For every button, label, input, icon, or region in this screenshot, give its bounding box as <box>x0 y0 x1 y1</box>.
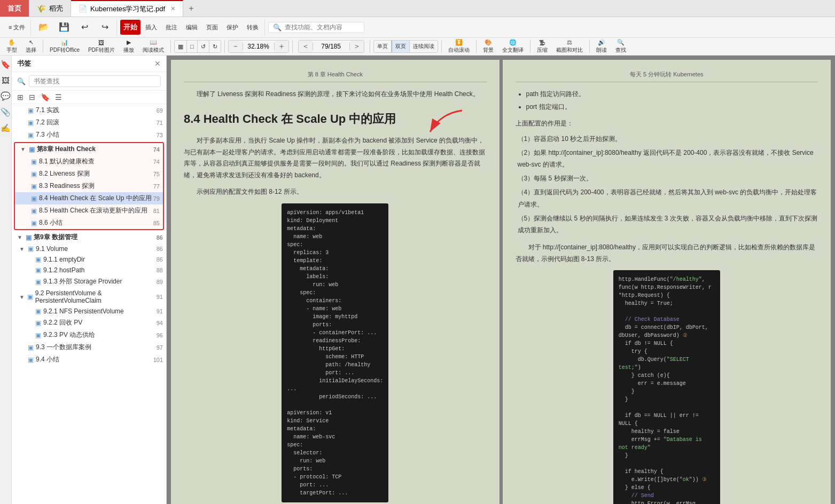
save-button[interactable]: 💾 <box>54 20 74 35</box>
sidebar-item-9-2-1[interactable]: ▣ 9.2.1 NFS PersistentVolume 91 <box>12 306 166 317</box>
sidebar-item-8-5[interactable]: ▣ 8.5 Health Check 在滚动更新中的应用 81 <box>15 204 163 217</box>
rotate-ccw-button[interactable]: ↺ <box>198 40 209 53</box>
page-num: 97 <box>157 344 163 351</box>
compress-label: 压缩 <box>537 46 548 54</box>
redo-button[interactable]: ↪ <box>95 20 114 35</box>
undo-button[interactable]: ↩ <box>75 20 94 35</box>
sidebar-item-9-1-2[interactable]: ▣ 9.1.2 hostPath 88 <box>12 265 166 275</box>
rotate-cw-icon: ↻ <box>213 43 217 50</box>
compress-button[interactable]: 🗜 压缩 <box>534 39 551 54</box>
double-page-mode-button[interactable]: 双页 <box>392 40 410 53</box>
search-input[interactable] <box>285 23 360 31</box>
single-page-mode-button[interactable]: 单页 <box>374 40 392 53</box>
convert-menu-button[interactable]: 转换 <box>243 20 262 35</box>
main-area: 🔖 🖼 💬 📎 ✍ 书签 ✕ 🔍 ⊞ ⊟ 🔖 ☰ ▣ 7.1 实践 69 <box>0 56 835 504</box>
code-block-fig13: http.HandleFunc("/healthy", func(w http.… <box>613 270 720 504</box>
signature-panel-icon[interactable]: ✍ <box>1 123 11 133</box>
sidebar-item-8-3[interactable]: ▣ 8.3 Readiness 探测 77 <box>15 180 163 192</box>
home-tab-label: 首页 <box>7 4 21 13</box>
section-num: 8.4 <box>184 112 200 125</box>
single-page-mode-label: 单页 <box>377 43 388 50</box>
hand-tool-button[interactable]: ✋ 手型 <box>3 39 20 54</box>
edit-menu-button[interactable]: 编辑 <box>182 20 201 35</box>
sidebar-search-input[interactable] <box>29 75 161 87</box>
thumbnail-panel-icon[interactable]: 🖼 <box>2 76 10 85</box>
doc-icon: ▣ <box>35 278 41 286</box>
prev-page-button[interactable]: ＜ <box>299 41 313 52</box>
play-button[interactable]: ▶ 播放 <box>120 39 137 54</box>
sidebar-item-8-1[interactable]: ▣ 8.1 默认的健康检查 74 <box>15 155 163 168</box>
sidebar-item-7-2[interactable]: ▣ 7.2 回滚 71 <box>12 116 166 129</box>
item-label: 7.2 回滚 <box>36 118 59 127</box>
bookmark-panel-icon[interactable]: 🔖 <box>1 60 11 69</box>
read-mode-button[interactable]: 📖 阅读模式 <box>139 39 167 54</box>
arrow-icon: ▼ <box>19 246 26 252</box>
zoom-in-button[interactable]: ＋ <box>275 41 288 52</box>
rotate-cw-button[interactable]: ↻ <box>209 40 221 53</box>
protect-label: 保护 <box>227 23 238 32</box>
edit-label: 编辑 <box>186 23 198 32</box>
pdf-tab-label: Kubernetes学习笔记.pdf <box>90 4 165 14</box>
next-page-button[interactable]: ＞ <box>350 41 364 52</box>
sidebar-item-9-1[interactable]: ▼ ▣ 9.1 Volume 86 <box>12 243 166 254</box>
sidebar-item-9-3[interactable]: ▣ 9.3 一个数据库案例 97 <box>12 341 166 353</box>
zoom-out-button[interactable]: － <box>229 41 243 52</box>
sidebar-item-8-4[interactable]: ▣ 8.4 Health Check 在 Scale Up 中的应用 79 <box>15 192 163 204</box>
item-label: 9.1.1 emptyDir <box>43 256 85 263</box>
sidebar-item-8-6[interactable]: ▣ 8.6 小结 85 <box>15 217 163 229</box>
item-label: 9.2.2 回收 PV <box>43 318 82 327</box>
continuous-mode-button[interactable]: 连续阅读 <box>410 40 438 53</box>
expand-all-icon[interactable]: ⊞ <box>17 93 24 101</box>
sidebar-item-9-1-3[interactable]: ▣ 9.1.3 外部 Storage Provider 89 <box>12 275 166 288</box>
read-aloud-button[interactable]: 🔊 朗读 <box>593 39 610 54</box>
sidebar-item-9-1-1[interactable]: ▣ 9.1.1 emptyDir 86 <box>12 254 166 265</box>
page-menu-button[interactable]: 页面 <box>202 20 222 35</box>
background-button[interactable]: 🎨 背景 <box>480 39 497 54</box>
doc-icon: ▣ <box>28 245 34 253</box>
sidebar-item-9-2-3[interactable]: ▣ 9.2.3 PV 动态供给 96 <box>12 329 166 341</box>
sidebar-item-9-2-2[interactable]: ▣ 9.2.2 回收 PV 94 <box>12 317 166 329</box>
sidebar-close-button[interactable]: ✕ <box>154 59 161 68</box>
sidebar-item-9-4[interactable]: ▣ 9.4 小结 101 <box>12 353 166 366</box>
bookmark-add-icon[interactable]: 🔖 <box>41 93 50 101</box>
file-menu-button[interactable]: ≡ 文件 <box>5 20 28 35</box>
select-label: 选择 <box>26 46 36 54</box>
play-label: 播放 <box>123 46 134 54</box>
translate-icon: 🌐 <box>509 39 517 46</box>
pdf-to-office-button[interactable]: 📊 PDF转Office <box>46 39 83 54</box>
tab-pdf[interactable]: 📄 Kubernetes学习笔记.pdf ✕ <box>71 0 183 17</box>
sidebar-item-ch8[interactable]: ▼ ▣ 第8章 Health Check 74 <box>15 143 163 155</box>
sidebar-item-8-2[interactable]: ▣ 8.2 Liveness 探测 75 <box>15 168 163 180</box>
open-button[interactable]: 📂 <box>34 20 53 35</box>
start-menu-button[interactable]: 开始 <box>120 20 141 35</box>
single-page-view-button[interactable]: □ <box>187 40 198 53</box>
protect-menu-button[interactable]: 保护 <box>223 20 242 35</box>
comment-panel-icon[interactable]: 💬 <box>1 91 11 101</box>
translate-button[interactable]: 🌐 全文翻译 <box>499 39 527 54</box>
item-label: 9.1.3 外部 Storage Provider <box>43 277 122 286</box>
auto-scroll-button[interactable]: ⏬ 自动滚动 <box>445 39 473 54</box>
attachment-panel-icon[interactable]: 📎 <box>1 107 11 117</box>
sidebar-item-ch9[interactable]: ▼ ▣ 第9章 数据管理 86 <box>12 231 166 243</box>
collapse-all-icon[interactable]: ⊟ <box>29 93 35 101</box>
tab-daoshe[interactable]: 🌾 稻壳 <box>29 0 71 17</box>
single-col-view-button[interactable]: ▦ <box>175 40 187 53</box>
tab-home[interactable]: 首页 <box>0 0 29 17</box>
select-tool-button[interactable]: ↖ 选择 <box>22 39 40 54</box>
sidebar-icon-bar: ⊞ ⊟ 🔖 ☰ <box>12 91 166 104</box>
close-pdf-tab-button[interactable]: ✕ <box>170 5 175 12</box>
find-button[interactable]: 🔍 查找 <box>612 39 629 54</box>
pdf-to-img-button[interactable]: 🖼 PDF转图片 <box>85 39 118 54</box>
sidebar-item-7-3[interactable]: ▣ 7.3 小结 73 <box>12 129 166 141</box>
doc-icon: ▣ <box>31 170 37 178</box>
left-icon-strip: 🔖 🖼 💬 📎 ✍ <box>0 56 12 504</box>
add-tab-button[interactable]: + <box>183 0 199 17</box>
annotate-menu-button[interactable]: 批注 <box>162 20 181 35</box>
sidebar-item-9-2[interactable]: ▼ ▣ 9.2 PersistentVolume & PersistentVol… <box>12 288 166 306</box>
bookmark-list-icon[interactable]: ☰ <box>55 93 62 101</box>
compare-button[interactable]: ⚖ 截图和对比 <box>553 39 586 54</box>
page-num: 91 <box>157 294 163 300</box>
sidebar-header: 书签 ✕ <box>12 56 166 72</box>
sidebar-item-7-1[interactable]: ▣ 7.1 实践 69 <box>12 104 166 116</box>
insert-menu-button[interactable]: 插入 <box>142 20 161 35</box>
